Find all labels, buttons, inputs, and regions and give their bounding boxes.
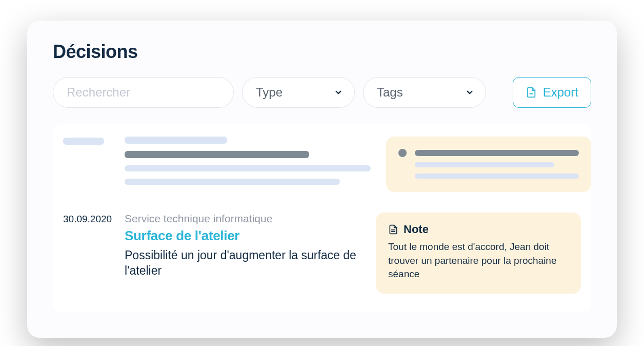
search-input[interactable] (53, 77, 234, 108)
chevron-down-icon (465, 88, 474, 97)
chevron-down-icon (334, 88, 343, 97)
decisions-panel: Décisions Type Tags Export (27, 21, 617, 338)
type-dropdown-label: Type (256, 85, 283, 100)
skeleton-line (415, 162, 554, 167)
decision-date: 30.09.2020 (63, 213, 114, 294)
decision-row-skeleton (63, 137, 581, 192)
skeleton-line (125, 179, 340, 185)
note-body: Tout le monde est d'accord, Jean doit tr… (388, 240, 569, 281)
file-text-icon (388, 224, 398, 235)
tags-dropdown[interactable]: Tags (363, 77, 486, 108)
export-button-label: Export (543, 85, 578, 100)
type-dropdown[interactable]: Type (242, 77, 355, 108)
skeleton-date (63, 138, 104, 145)
decision-service: Service technique informatique (125, 213, 360, 225)
skeleton-line (125, 165, 371, 171)
note-label: Note (404, 223, 429, 236)
decision-description: Possibilité un jour d'augmenter la surfa… (125, 248, 360, 279)
skeleton-line (415, 150, 579, 156)
tags-dropdown-label: Tags (377, 85, 403, 100)
skeleton-line (125, 151, 309, 158)
toolbar: Type Tags Export (53, 77, 591, 108)
skeleton-line (125, 137, 227, 144)
decision-row[interactable]: 30.09.2020 Service technique informatiqu… (63, 213, 581, 294)
decision-title: Surface de l'atelier (125, 228, 360, 244)
note-skeleton (386, 137, 591, 192)
export-button[interactable]: Export (513, 77, 591, 108)
decisions-list: 30.09.2020 Service technique informatiqu… (53, 124, 591, 312)
skeleton-line (415, 174, 579, 179)
pdf-file-icon (526, 87, 537, 98)
skeleton-dot (398, 149, 407, 157)
page-title: Décisions (53, 41, 591, 63)
note-box: Note Tout le monde est d'accord, Jean do… (376, 213, 581, 294)
